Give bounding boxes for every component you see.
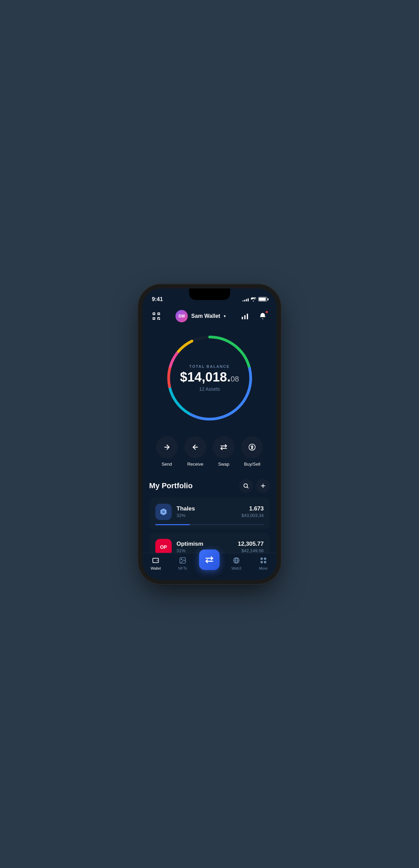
balance-amount: $14,018.08 bbox=[180, 371, 239, 384]
account-name: Sam Wallet bbox=[191, 313, 220, 319]
send-icon bbox=[156, 436, 178, 458]
asset-info-thales: Thales 32% bbox=[176, 505, 237, 518]
more-icon bbox=[259, 556, 268, 565]
chevron-down-icon: ▾ bbox=[224, 314, 226, 319]
balance-ring: TOTAL BALANCE $14,018.08 12 Assets bbox=[162, 330, 258, 426]
send-label: Send bbox=[161, 462, 172, 467]
buysell-button[interactable]: Buy/Sell bbox=[241, 436, 263, 467]
nav-wallet[interactable]: Wallet bbox=[145, 556, 166, 570]
action-buttons: Send Receive Swap bbox=[142, 433, 277, 474]
thales-icon bbox=[155, 504, 172, 520]
nav-more[interactable]: More bbox=[253, 556, 274, 570]
swap-label: Swap bbox=[218, 462, 230, 467]
svg-rect-2 bbox=[153, 318, 155, 319]
header-actions bbox=[238, 310, 269, 323]
web3-nav-label: Web3 bbox=[232, 566, 241, 570]
notification-badge bbox=[265, 310, 269, 314]
scan-button[interactable] bbox=[150, 310, 163, 323]
svg-rect-39 bbox=[260, 561, 262, 563]
receive-label: Receive bbox=[187, 462, 203, 467]
svg-rect-7 bbox=[242, 316, 243, 319]
svg-rect-0 bbox=[153, 313, 155, 314]
svg-point-29 bbox=[181, 559, 182, 560]
asset-card-thales[interactable]: Thales 32% 1.673 $43,003.34 bbox=[149, 497, 270, 529]
notch bbox=[189, 288, 230, 300]
svg-point-27 bbox=[163, 511, 164, 513]
asset-amount: 1.673 bbox=[241, 505, 264, 512]
swap-icon bbox=[213, 436, 235, 458]
wallet-nav-label: Wallet bbox=[150, 566, 161, 570]
buysell-icon bbox=[241, 436, 263, 458]
asset-name: Thales bbox=[176, 505, 237, 512]
signal-icon bbox=[243, 297, 249, 301]
balance-display: TOTAL BALANCE $14,018.08 12 Assets bbox=[180, 364, 239, 392]
asset-progress-thales bbox=[155, 524, 264, 525]
account-selector[interactable]: SW Sam Wallet ▾ bbox=[175, 310, 226, 322]
svg-rect-37 bbox=[260, 557, 262, 559]
more-nav-label: More bbox=[259, 566, 267, 570]
receive-icon bbox=[184, 436, 206, 458]
portfolio-add-button[interactable] bbox=[256, 479, 270, 493]
notifications-button[interactable] bbox=[256, 310, 269, 323]
asset-amount: 12,305.77 bbox=[238, 541, 264, 547]
asset-name: Optimism bbox=[176, 541, 233, 547]
portfolio-section: My Portfolio bbox=[142, 474, 277, 559]
asset-percent: 32% bbox=[176, 513, 237, 518]
svg-rect-8 bbox=[244, 315, 246, 319]
chart-button[interactable] bbox=[238, 310, 251, 323]
nav-web3[interactable]: Web3 bbox=[226, 556, 247, 570]
wifi-icon bbox=[251, 297, 256, 301]
svg-rect-40 bbox=[264, 561, 266, 563]
wallet-icon bbox=[151, 556, 160, 565]
app-header: SW Sam Wallet ▾ bbox=[142, 306, 277, 327]
swap-button[interactable]: Swap bbox=[213, 436, 235, 467]
receive-button[interactable]: Receive bbox=[184, 436, 206, 467]
svg-rect-1 bbox=[158, 313, 159, 314]
status-icons bbox=[243, 297, 267, 301]
portfolio-actions bbox=[239, 479, 270, 493]
balance-label: TOTAL BALANCE bbox=[180, 364, 239, 368]
avatar: SW bbox=[175, 310, 188, 322]
asset-usd: $43,003.34 bbox=[241, 513, 264, 518]
bottom-nav: Wallet NFTs bbox=[142, 553, 277, 580]
asset-row: Thales 32% 1.673 $43,003.34 bbox=[155, 504, 264, 520]
nfts-nav-label: NFTs bbox=[178, 566, 187, 570]
phone-frame: 9:41 bbox=[142, 288, 277, 580]
nfts-icon bbox=[178, 556, 187, 565]
portfolio-title: My Portfolio bbox=[149, 481, 193, 490]
battery-icon bbox=[258, 297, 267, 301]
nav-nfts[interactable]: NFTs bbox=[172, 556, 193, 570]
asset-values-optimism: 12,305.77 $42,149.56 bbox=[238, 541, 264, 553]
send-button[interactable]: Send bbox=[156, 436, 178, 467]
balance-section: TOTAL BALANCE $14,018.08 12 Assets bbox=[142, 327, 277, 433]
assets-count: 12 Assets bbox=[180, 386, 239, 392]
asset-values-thales: 1.673 $43,003.34 bbox=[241, 505, 264, 518]
svg-rect-9 bbox=[247, 313, 248, 319]
svg-rect-38 bbox=[264, 557, 266, 559]
portfolio-search-button[interactable] bbox=[239, 479, 253, 493]
status-time: 9:41 bbox=[152, 296, 163, 302]
nav-center-swap[interactable] bbox=[199, 549, 220, 570]
portfolio-header: My Portfolio bbox=[149, 479, 270, 493]
svg-line-23 bbox=[247, 487, 248, 488]
asset-progress-fill bbox=[155, 524, 190, 525]
web3-icon bbox=[232, 556, 241, 565]
buysell-label: Buy/Sell bbox=[244, 462, 261, 467]
